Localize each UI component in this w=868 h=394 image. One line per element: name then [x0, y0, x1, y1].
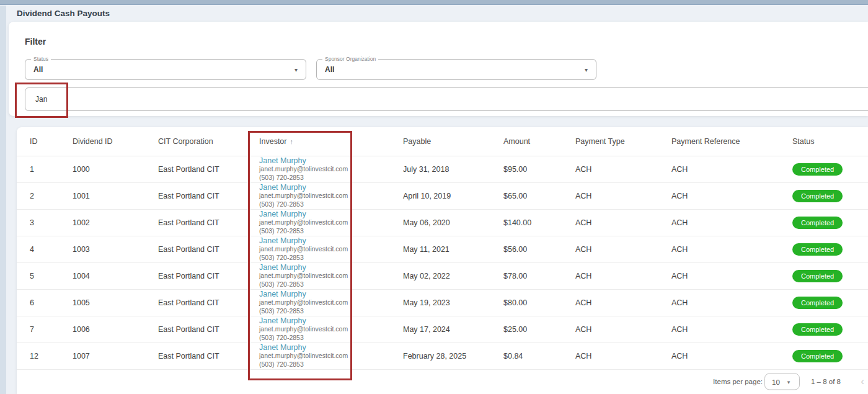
cell-id: 4 — [30, 245, 34, 254]
investor-name-link[interactable]: Janet Murphy — [259, 210, 348, 219]
investor-name-link[interactable]: Janet Murphy — [259, 290, 348, 299]
cell-amount: $80.00 — [503, 298, 527, 307]
cell-payable: May 19, 2023 — [403, 298, 450, 307]
payouts-table: ID Dividend ID CIT Corporation Investor↑… — [17, 127, 868, 394]
investor-phone: (503) 720-2853 — [259, 307, 348, 316]
status-badge: Completed — [792, 323, 843, 336]
cell-cit-corporation: East Portland CIT — [158, 165, 219, 174]
investor-phone: (503) 720-2853 — [259, 227, 348, 236]
left-margin-strip — [0, 6, 6, 394]
cell-status: Completed — [792, 190, 843, 202]
cell-payable: February 28, 2025 — [403, 352, 466, 360]
sort-ascending-icon: ↑ — [290, 138, 293, 145]
sponsor-select-label: Sponsor Organization — [322, 56, 378, 62]
investor-name-link[interactable]: Janet Murphy — [259, 264, 348, 272]
column-header-payable[interactable]: Payable — [403, 137, 431, 146]
cell-status: Completed — [792, 217, 843, 229]
cell-dividend-id: 1006 — [73, 325, 90, 334]
investor-name-link[interactable]: Janet Murphy — [259, 184, 348, 192]
investor-name-link[interactable]: Janet Murphy — [259, 344, 348, 352]
cell-id: 5 — [30, 272, 34, 280]
cell-status: Completed — [792, 350, 843, 362]
caret-down-icon: ▾ — [585, 66, 588, 73]
status-select-label: Status — [31, 56, 51, 62]
cell-payment-type: ACH — [575, 245, 591, 254]
status-badge: Completed — [792, 350, 843, 362]
column-header-id[interactable]: ID — [30, 137, 38, 146]
status-badge: Completed — [792, 217, 843, 229]
cell-investor: Janet Murphy janet.murphy@tolinvestcit.c… — [259, 343, 348, 369]
items-per-page-select[interactable]: 10 ▾ — [764, 374, 800, 390]
cell-payment-type: ACH — [575, 165, 591, 174]
investor-name-link[interactable]: Janet Murphy — [259, 157, 348, 166]
cell-id: 7 — [30, 325, 34, 334]
cell-amount: $25.00 — [503, 325, 527, 334]
cell-status: Completed — [792, 163, 843, 176]
column-header-payment-reference[interactable]: Payment Reference — [671, 137, 740, 146]
table-row[interactable]: 1 1000 East Portland CIT Janet Murphy ja… — [17, 156, 868, 183]
investor-phone: (503) 720-2853 — [259, 254, 348, 262]
cell-dividend-id: 1003 — [73, 245, 90, 254]
cell-payment-type: ACH — [575, 325, 591, 334]
table-row[interactable]: 6 1005 East Portland CIT Janet Murphy ja… — [17, 290, 868, 316]
column-header-payment-type[interactable]: Payment Type — [575, 137, 625, 146]
cell-investor: Janet Murphy janet.murphy@tolinvestcit.c… — [259, 263, 348, 289]
cell-id: 3 — [30, 218, 34, 227]
column-header-dividend-id[interactable]: Dividend ID — [73, 137, 113, 146]
status-badge: Completed — [792, 243, 843, 256]
cell-status: Completed — [792, 297, 843, 309]
cell-payment-reference: ACH — [671, 325, 688, 334]
column-header-investor[interactable]: Investor↑ — [259, 137, 293, 146]
cell-dividend-id: 1007 — [73, 352, 90, 360]
cell-payable: May 02, 2022 — [403, 272, 450, 280]
cell-status: Completed — [792, 270, 843, 282]
cell-amount: $0.84 — [503, 352, 523, 360]
column-header-cit-corporation[interactable]: CIT Corporation — [158, 137, 213, 146]
cell-investor: Janet Murphy janet.murphy@tolinvestcit.c… — [259, 236, 348, 262]
column-header-amount[interactable]: Amount — [503, 137, 530, 146]
sponsor-organization-select[interactable]: Sponsor Organization All ▾ — [316, 59, 596, 80]
table-row[interactable]: 7 1006 East Portland CIT Janet Murphy ja… — [17, 316, 868, 343]
cell-dividend-id: 1005 — [73, 298, 90, 307]
cell-cit-corporation: East Portland CIT — [158, 218, 219, 227]
table-row[interactable]: 5 1004 East Portland CIT Janet Murphy ja… — [17, 263, 868, 290]
cell-payment-reference: ACH — [671, 352, 688, 360]
cell-payment-type: ACH — [575, 192, 591, 200]
table-body: 1 1000 East Portland CIT Janet Murphy ja… — [17, 156, 868, 370]
cell-payment-reference: ACH — [671, 192, 688, 200]
paginator: Items per page: 10 ▾ 1 – 8 of 8 ‹ — [17, 372, 868, 392]
investor-name-link[interactable]: Janet Murphy — [259, 237, 348, 246]
cell-id: 1 — [30, 165, 34, 174]
cell-payment-type: ACH — [575, 218, 591, 227]
previous-page-chevron-icon[interactable]: ‹ — [861, 375, 864, 388]
investor-email: janet.murphy@tolinvestcit.com — [259, 298, 348, 307]
status-select[interactable]: Status All ▾ — [25, 59, 306, 80]
table-row[interactable]: 4 1003 East Portland CIT Janet Murphy ja… — [17, 236, 868, 263]
cell-payment-reference: ACH — [671, 218, 688, 227]
table-row[interactable]: 3 1002 East Portland CIT Janet Murphy ja… — [17, 210, 868, 236]
page-title: Dividend Cash Payouts — [17, 9, 110, 18]
cell-dividend-id: 1000 — [73, 165, 90, 174]
status-select-value: All — [33, 65, 43, 74]
investor-name-link[interactable]: Janet Murphy — [259, 317, 348, 326]
status-badge: Completed — [792, 270, 843, 282]
cell-status: Completed — [792, 323, 843, 336]
cell-payable: April 10, 2019 — [403, 192, 451, 200]
investor-email: janet.murphy@tolinvestcit.com — [259, 165, 348, 174]
column-header-status[interactable]: Status — [792, 137, 814, 146]
items-per-page-label: Items per page: — [713, 378, 763, 385]
investor-phone: (503) 720-2853 — [259, 280, 348, 289]
cell-payable: May 11, 2021 — [403, 245, 450, 254]
investor-phone: (503) 720-2853 — [259, 334, 348, 343]
cell-dividend-id: 1001 — [73, 192, 90, 200]
search-input[interactable] — [25, 87, 868, 111]
investor-email: janet.murphy@tolinvestcit.com — [259, 218, 348, 227]
cell-payment-reference: ACH — [671, 298, 688, 307]
table-row[interactable]: 12 1007 East Portland CIT Janet Murphy j… — [17, 343, 868, 370]
cell-amount: $95.00 — [503, 165, 527, 174]
cell-payment-type: ACH — [575, 272, 591, 280]
investor-email: janet.murphy@tolinvestcit.com — [259, 192, 348, 200]
investor-phone: (503) 720-2853 — [259, 174, 348, 182]
caret-down-icon: ▾ — [294, 66, 298, 73]
table-row[interactable]: 2 1001 East Portland CIT Janet Murphy ja… — [17, 183, 868, 210]
